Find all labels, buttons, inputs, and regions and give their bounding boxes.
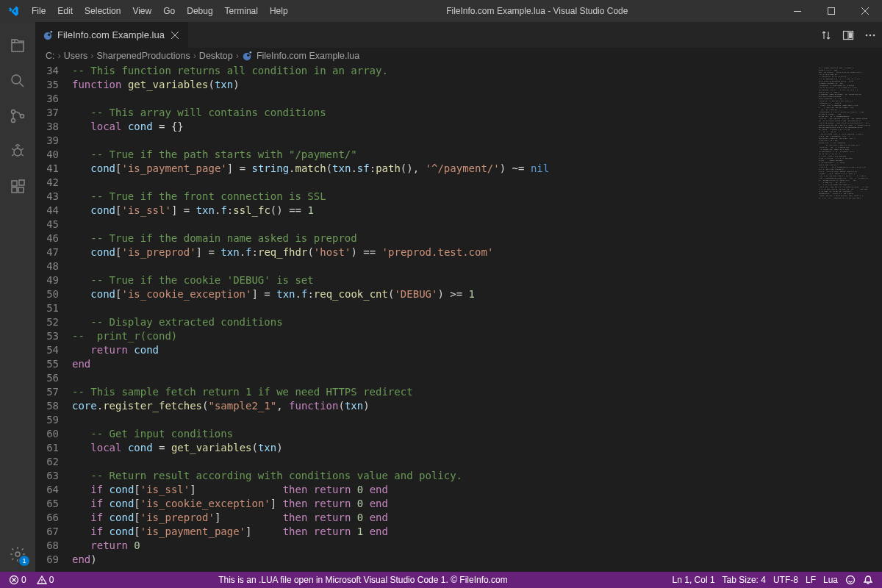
status-cursor[interactable]: Ln 1, Col 1 bbox=[670, 572, 718, 588]
svg-point-21 bbox=[247, 54, 250, 57]
svg-rect-8 bbox=[12, 187, 17, 193]
status-encoding[interactable]: UTF-8 bbox=[770, 572, 801, 588]
svg-point-11 bbox=[15, 552, 20, 556]
status-warnings[interactable]: 0 bbox=[34, 572, 57, 588]
breadcrumb[interactable]: C: › Users › SharpenedProductions › Desk… bbox=[35, 48, 882, 64]
svg-point-4 bbox=[12, 119, 15, 123]
svg-point-24 bbox=[847, 576, 855, 584]
extensions-icon[interactable] bbox=[0, 169, 35, 204]
lua-file-icon bbox=[43, 30, 53, 40]
tab-label: FileInfo.com Example.lua bbox=[57, 29, 165, 40]
chevron-right-icon: › bbox=[236, 51, 239, 61]
status-bar: 0 0 This is an .LUA file open in Microso… bbox=[0, 572, 882, 588]
main-menu: FileEditSelectionViewGoDebugTerminalHelp bbox=[26, 0, 294, 22]
status-language[interactable]: Lua bbox=[820, 572, 841, 588]
svg-rect-0 bbox=[794, 11, 801, 12]
breadcrumb-part[interactable]: SharpenedProductions bbox=[97, 51, 190, 61]
explorer-icon[interactable] bbox=[0, 28, 35, 63]
lua-file-icon bbox=[242, 51, 252, 61]
more-actions-icon[interactable] bbox=[864, 29, 876, 41]
maximize-button[interactable] bbox=[814, 0, 848, 22]
compare-changes-icon[interactable] bbox=[820, 29, 832, 41]
svg-point-6 bbox=[14, 148, 21, 156]
tab-close-icon[interactable] bbox=[169, 29, 181, 41]
status-eol[interactable]: LF bbox=[803, 572, 819, 588]
close-button[interactable] bbox=[848, 0, 882, 22]
editor-actions bbox=[820, 22, 882, 48]
settings-badge: 1 bbox=[19, 556, 29, 566]
activity-bar: 1 bbox=[0, 22, 35, 572]
svg-point-3 bbox=[12, 110, 15, 114]
editor-area: FileInfo.com Example.lua C: › Users › Sh… bbox=[35, 22, 882, 572]
code-editor[interactable]: -- This function returns all condition i… bbox=[72, 64, 816, 572]
svg-rect-7 bbox=[12, 181, 17, 186]
window-controls bbox=[781, 0, 882, 22]
svg-point-12 bbox=[44, 32, 52, 40]
svg-point-22 bbox=[249, 51, 251, 54]
menu-go[interactable]: Go bbox=[157, 0, 181, 22]
status-errors[interactable]: 0 bbox=[6, 572, 29, 588]
menu-view[interactable]: View bbox=[126, 0, 157, 22]
svg-rect-9 bbox=[18, 187, 24, 193]
breadcrumb-file[interactable]: FileInfo.com Example.lua bbox=[257, 51, 359, 61]
menu-debug[interactable]: Debug bbox=[181, 0, 218, 22]
svg-rect-16 bbox=[849, 32, 853, 38]
breadcrumb-part[interactable]: C: bbox=[46, 51, 55, 61]
window-title: FileInfo.com Example.lua - Visual Studio… bbox=[294, 6, 781, 16]
menu-terminal[interactable]: Terminal bbox=[219, 0, 264, 22]
svg-point-20 bbox=[243, 53, 251, 61]
vscode-logo-icon bbox=[0, 5, 26, 17]
debug-icon[interactable] bbox=[0, 134, 35, 169]
menu-selection[interactable]: Selection bbox=[79, 0, 126, 22]
split-editor-icon[interactable] bbox=[842, 29, 854, 41]
line-gutter: 34 35 36 37 38 39 40 41 42 43 44 45 46 4… bbox=[35, 64, 72, 572]
notifications-icon[interactable] bbox=[860, 572, 876, 588]
breadcrumb-part[interactable]: Desktop bbox=[199, 51, 233, 61]
tab-bar: FileInfo.com Example.lua bbox=[35, 22, 882, 48]
svg-point-19 bbox=[873, 34, 875, 36]
feedback-icon[interactable] bbox=[842, 572, 858, 588]
svg-point-14 bbox=[51, 30, 53, 32]
minimize-button[interactable] bbox=[781, 0, 814, 22]
tab-file[interactable]: FileInfo.com Example.lua bbox=[35, 22, 189, 48]
breadcrumb-part[interactable]: Users bbox=[64, 51, 88, 61]
minimap[interactable]: ▪▪ ▪ ▪▪▪▪▪▪ ▪▪▪▪▪▪ ▪▪ ▪▪▪▪ ▪ ▪▪▪▪▪▪ ▪ ▪▪… bbox=[816, 64, 882, 572]
svg-point-17 bbox=[866, 34, 868, 36]
chevron-right-icon: › bbox=[58, 51, 61, 61]
menu-edit[interactable]: Edit bbox=[51, 0, 79, 22]
menu-help[interactable]: Help bbox=[264, 0, 294, 22]
menu-file[interactable]: File bbox=[26, 0, 51, 22]
titlebar: FileEditSelectionViewGoDebugTerminalHelp… bbox=[0, 0, 882, 22]
chevron-right-icon: › bbox=[193, 51, 196, 61]
chevron-right-icon: › bbox=[90, 51, 93, 61]
svg-rect-10 bbox=[19, 180, 24, 185]
source-control-icon[interactable] bbox=[0, 98, 35, 134]
settings-icon[interactable]: 1 bbox=[0, 537, 35, 572]
status-tab-size[interactable]: Tab Size: 4 bbox=[720, 572, 769, 588]
svg-point-2 bbox=[12, 75, 21, 84]
svg-rect-1 bbox=[828, 8, 835, 15]
search-icon[interactable] bbox=[0, 63, 35, 98]
svg-point-18 bbox=[870, 34, 872, 36]
status-center-text: This is an .LUA file open in Microsoft V… bbox=[57, 575, 669, 585]
svg-point-13 bbox=[48, 33, 51, 36]
